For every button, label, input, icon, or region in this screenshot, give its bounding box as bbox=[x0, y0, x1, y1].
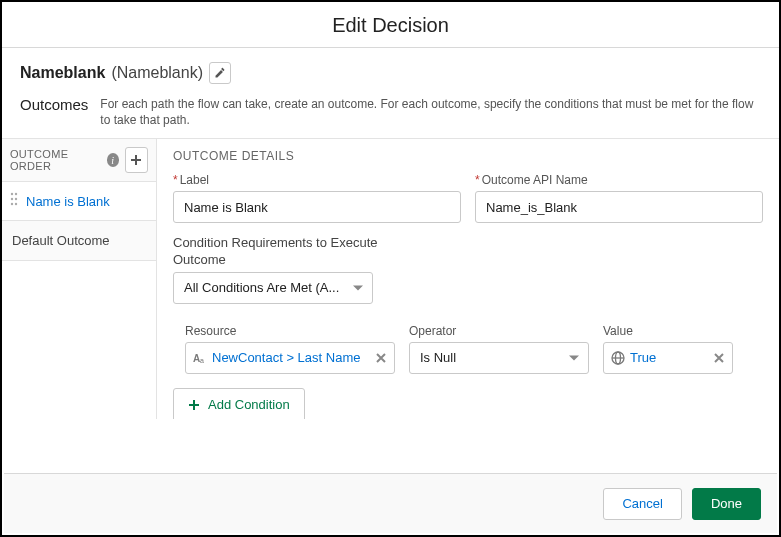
operator-value: Is Null bbox=[420, 350, 456, 365]
label-field-label: *Label bbox=[173, 173, 461, 187]
svg-point-2 bbox=[11, 198, 13, 200]
body-region: OUTCOME ORDER i Name is Blank Default Ou… bbox=[2, 138, 779, 419]
value-value: True bbox=[630, 350, 708, 365]
operator-column: Operator Is Null bbox=[409, 324, 589, 374]
outcomes-desc: For each path the flow can take, create … bbox=[100, 96, 761, 128]
plus-icon bbox=[130, 154, 142, 166]
condition-requirements-label: Condition Requirements to Execute Outcom… bbox=[173, 235, 393, 268]
outcomes-description-row: Outcomes For each path the flow can take… bbox=[2, 92, 779, 138]
outcomes-label: Outcomes bbox=[20, 96, 88, 113]
add-condition-button[interactable]: Add Condition bbox=[173, 388, 305, 420]
plus-icon bbox=[188, 399, 200, 411]
outcome-order-label: OUTCOME ORDER bbox=[10, 148, 101, 172]
resource-input[interactable]: Aa NewContact > Last Name bbox=[185, 342, 395, 374]
value-column: Value True bbox=[603, 324, 733, 374]
label-api-row: *Label *Outcome API Name bbox=[173, 173, 763, 223]
api-name-input[interactable] bbox=[475, 191, 763, 223]
modal-header: Edit Decision bbox=[2, 2, 779, 48]
svg-point-5 bbox=[15, 203, 17, 205]
api-name-field: *Outcome API Name bbox=[475, 173, 763, 223]
svg-point-1 bbox=[15, 193, 17, 195]
edit-name-button[interactable] bbox=[209, 62, 231, 84]
outcome-item[interactable]: Name is Blank bbox=[2, 182, 156, 221]
label-input[interactable] bbox=[173, 191, 461, 223]
info-icon[interactable]: i bbox=[107, 153, 119, 167]
decision-name-row: Nameblank (Nameblank) bbox=[2, 48, 779, 92]
resource-column: Resource Aa NewContact > Last Name bbox=[185, 324, 395, 374]
condition-requirements-select[interactable]: All Conditions Are Met (A... bbox=[173, 272, 373, 304]
default-outcome-item[interactable]: Default Outcome bbox=[2, 221, 156, 261]
resource-value: NewContact > Last Name bbox=[212, 350, 370, 365]
outcome-item-label: Name is Blank bbox=[26, 194, 110, 210]
outcome-order-header: OUTCOME ORDER i bbox=[2, 139, 156, 182]
condition-row: Resource Aa NewContact > Last Name Opera… bbox=[173, 324, 763, 374]
value-input[interactable]: True bbox=[603, 342, 733, 374]
value-label: Value bbox=[603, 324, 733, 338]
add-condition-label: Add Condition bbox=[208, 397, 290, 412]
drag-handle-icon[interactable] bbox=[10, 192, 18, 210]
close-icon bbox=[376, 353, 386, 363]
outcome-details-heading: OUTCOME DETAILS bbox=[173, 149, 763, 163]
outcome-sidebar: OUTCOME ORDER i Name is Blank Default Ou… bbox=[2, 139, 157, 419]
operator-select[interactable]: Is Null bbox=[409, 342, 589, 374]
resource-label: Resource bbox=[185, 324, 395, 338]
decision-label: Nameblank bbox=[20, 64, 105, 82]
label-field: *Label bbox=[173, 173, 461, 223]
decision-api-name: (Nameblank) bbox=[111, 64, 203, 82]
cancel-button[interactable]: Cancel bbox=[603, 488, 681, 520]
condition-requirements-value: All Conditions Are Met (A... bbox=[184, 280, 339, 295]
pencil-icon bbox=[214, 67, 226, 79]
done-button[interactable]: Done bbox=[692, 488, 761, 520]
svg-point-4 bbox=[11, 203, 13, 205]
modal-title: Edit Decision bbox=[2, 14, 779, 37]
add-outcome-button[interactable] bbox=[125, 147, 148, 173]
operator-label: Operator bbox=[409, 324, 589, 338]
close-icon bbox=[714, 353, 724, 363]
api-name-field-label: *Outcome API Name bbox=[475, 173, 763, 187]
clear-resource-button[interactable] bbox=[374, 351, 388, 365]
svg-point-3 bbox=[15, 198, 17, 200]
text-resource-icon: Aa bbox=[192, 350, 208, 366]
svg-point-0 bbox=[11, 193, 13, 195]
modal-footer: Cancel Done bbox=[4, 473, 777, 533]
default-outcome-label: Default Outcome bbox=[12, 233, 110, 248]
clear-value-button[interactable] bbox=[712, 351, 726, 365]
global-constant-icon bbox=[610, 350, 626, 366]
outcome-details-panel: OUTCOME DETAILS *Label *Outcome API Name… bbox=[157, 139, 779, 419]
svg-text:a: a bbox=[200, 357, 204, 364]
